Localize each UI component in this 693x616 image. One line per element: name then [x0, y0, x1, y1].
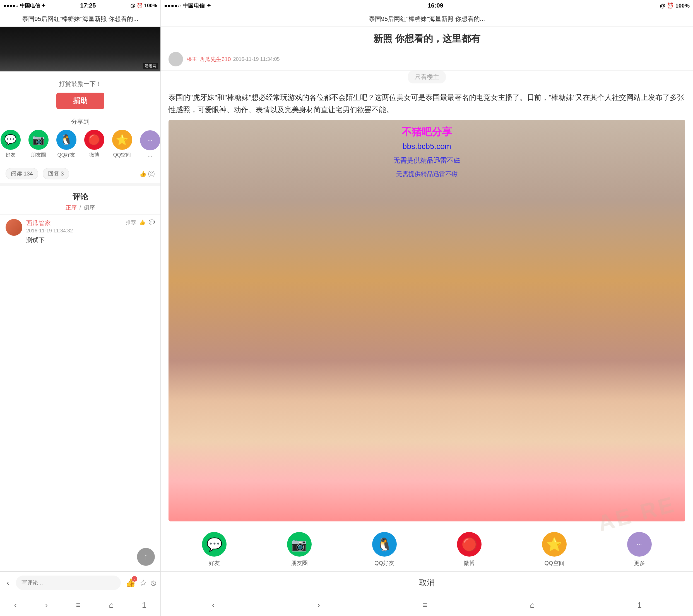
post-author-info: 楼主 西瓜先生610 2016-11-19 11:34:05: [187, 56, 280, 63]
watermark-4: 无需提供精品迅雷不磁: [396, 170, 458, 178]
article-image: 不猪吧分享 bbs.bcb5.com 无需提供精品迅雷不磁 无需提供精品迅雷不磁: [169, 120, 685, 521]
comment-actions-row: 推荐 👍 💬: [126, 219, 155, 226]
share-qq[interactable]: 🐧 QQ好友: [56, 130, 76, 158]
comment-item: 西瓜管家 2016-11-19 11:34:32 测试下 推荐 👍 💬: [0, 214, 160, 249]
left-carrier: ●●●●○ 中国电信 ✦: [3, 2, 45, 9]
left-status-bar: ●●●●○ 中国电信 ✦ 17:25 @ ⏰ 100%: [0, 0, 160, 11]
sheet-weibo[interactable]: 🔴 微博: [457, 532, 481, 567]
comment-username[interactable]: 西瓜管家: [26, 219, 122, 227]
watermark-3: 无需提供精品迅雷不磁: [393, 156, 460, 165]
cancel-button[interactable]: 取消: [161, 571, 693, 594]
comments-order: 正序 / 倒序: [5, 204, 155, 212]
hero-image: 游迅网: [0, 27, 160, 72]
sheet-moments[interactable]: 📷 朋友圈: [287, 532, 312, 567]
sheet-qq[interactable]: 🐧 QQ好友: [372, 532, 397, 567]
right-nav-bar: ‹ › ≡ ⌂ 1: [161, 594, 693, 616]
sheet-qq-icon[interactable]: 🐧: [372, 532, 397, 557]
share-weibo[interactable]: 🔴 微博: [84, 130, 104, 158]
moments-label: 朋友圈: [31, 152, 46, 158]
weibo-label: 微博: [89, 152, 99, 158]
nav-home-button[interactable]: ⌂: [103, 598, 119, 612]
share-bottom-sheet: 💬 好友 📷 朋友圈 🐧 QQ好友 🔴 微博 ⭐ QQ空间 ··· 更多: [161, 525, 693, 594]
nav-back-button[interactable]: ‹: [9, 598, 22, 612]
toolbar-thumbup-icon[interactable]: 👍 2: [125, 578, 136, 588]
post-meta: 楼主 西瓜先生610 2016-11-19 11:34:05: [161, 48, 693, 71]
sheet-wechat-icon[interactable]: 💬: [202, 532, 226, 557]
qq-label: QQ好友: [57, 152, 75, 158]
view-only-area[interactable]: 只看楼主: [169, 71, 685, 83]
watermark-1: 不猪吧分享: [402, 125, 452, 139]
nav-menu-button[interactable]: ≡: [70, 598, 86, 612]
comment-reply-icon[interactable]: 💬: [149, 219, 155, 225]
comments-header: 评论 正序 / 倒序: [0, 186, 160, 214]
reply-count-button[interactable]: 回复 3: [43, 168, 69, 179]
order-desc[interactable]: 倒序: [84, 204, 95, 211]
order-divider-text: /: [80, 204, 83, 211]
share-title: 分享到: [71, 117, 90, 126]
sheet-moments-icon[interactable]: 📷: [287, 532, 312, 557]
thumbup-icon[interactable]: 👍: [139, 171, 146, 177]
comments-section: 评论 正序 / 倒序 西瓜管家 2016-11-19 11:34:32 测试下 …: [0, 186, 160, 571]
wechat-icon[interactable]: 💬: [1, 130, 21, 150]
article-main-title: 新照 你想看的，这里都有: [169, 32, 685, 45]
weibo-icon[interactable]: 🔴: [84, 130, 104, 150]
read-count-button[interactable]: 阅读 134: [5, 168, 38, 179]
right-nav-menu-button[interactable]: ≡: [417, 598, 433, 612]
toolbar-icons: 👍 2 ☆ ⎋: [125, 578, 156, 588]
sheet-more[interactable]: ··· 更多: [627, 532, 652, 567]
article-content: 泰国的"虎牙妹"和"棒糖妹"想必经常玩游戏的各位都不会陌生吧？这两位美女可是泰国…: [161, 87, 693, 120]
comment-text: 测试下: [26, 236, 122, 244]
right-nav-forward-button[interactable]: ›: [312, 598, 325, 612]
share-wechat[interactable]: 💬 好友: [1, 130, 21, 158]
author-name[interactable]: 西瓜先生610: [199, 56, 231, 63]
comment-input[interactable]: [16, 576, 121, 590]
sheet-qqspace[interactable]: ⭐ QQ空间: [542, 532, 567, 567]
sheet-qqspace-icon[interactable]: ⭐: [542, 532, 567, 557]
toolbar-share-icon[interactable]: ⎋: [151, 578, 156, 588]
stats-bar: 阅读 134 回复 3 👍 (2): [0, 164, 160, 183]
nav-forward-button[interactable]: ›: [40, 598, 53, 612]
donate-button[interactable]: 捐助: [56, 93, 104, 109]
right-nav-back-button[interactable]: ‹: [206, 598, 220, 612]
article-image-person: 不猪吧分享 bbs.bcb5.com 无需提供精品迅雷不磁 无需提供精品迅雷不磁: [169, 120, 685, 521]
article-header: 新照 你想看的，这里都有: [161, 27, 693, 48]
share-more[interactable]: ··· …: [140, 130, 160, 158]
like-count: (2): [148, 171, 155, 177]
donate-section: 打赏鼓励一下！ 捐助: [0, 72, 160, 115]
more-icon[interactable]: ···: [140, 130, 160, 151]
scroll-up-button[interactable]: ↑: [137, 548, 155, 566]
toolbar-star-icon[interactable]: ☆: [139, 578, 147, 588]
sheet-qq-label: QQ好友: [374, 559, 394, 567]
nav-tabs-button[interactable]: 1: [136, 598, 152, 612]
like-area: 👍 (2): [139, 171, 155, 177]
donate-title: 打赏鼓励一下！: [59, 80, 102, 88]
view-only-text[interactable]: 只看楼主: [408, 71, 446, 83]
comment-actions: 推荐 👍 💬: [126, 219, 155, 244]
recommend-label: 推荐: [126, 219, 136, 226]
sheet-weibo-icon[interactable]: 🔴: [457, 532, 481, 557]
right-carrier-text: ●●●●○ 中国电信 ✦: [164, 2, 211, 9]
share-moments[interactable]: 📷 朋友圈: [28, 130, 48, 158]
sheet-more-icon[interactable]: ···: [627, 532, 652, 557]
right-nav-home-button[interactable]: ⌂: [524, 598, 540, 612]
qqspace-label: QQ空间: [113, 152, 131, 158]
sheet-more-label: 更多: [634, 559, 645, 567]
left-title: 泰国95后网红"棒糖妹"海量新照 你想看的...: [22, 15, 138, 23]
right-title-bar: 泰国95后网红"棒糖妹"海量新照 你想看的...: [161, 11, 693, 27]
right-nav-tabs-button[interactable]: 1: [632, 598, 647, 612]
comment-thumbup-icon[interactable]: 👍: [139, 219, 145, 225]
sheet-qqspace-label: QQ空间: [544, 559, 564, 567]
share-icons-row: 💬 好友 📷 朋友圈 🐧 QQ好友 🔴 微博 ⭐ QQ空间 ··· …: [1, 130, 160, 158]
qqspace-icon[interactable]: ⭐: [112, 130, 132, 150]
watermark-2: bbs.bcb5.com: [402, 142, 451, 151]
sheet-weibo-label: 微博: [464, 559, 475, 567]
sheet-wechat-label: 好友: [209, 559, 220, 567]
moments-icon[interactable]: 📷: [28, 130, 48, 150]
left-status-right: @ ⏰ 100%: [130, 2, 157, 9]
toolbar-back-button[interactable]: ‹: [4, 576, 12, 590]
sheet-wechat[interactable]: 💬 好友: [202, 532, 226, 567]
qq-icon[interactable]: 🐧: [56, 130, 76, 150]
post-date: 2016-11-19 11:34:05: [233, 56, 280, 62]
share-qqspace[interactable]: ⭐ QQ空间: [112, 130, 132, 158]
order-asc[interactable]: 正序: [65, 204, 77, 211]
